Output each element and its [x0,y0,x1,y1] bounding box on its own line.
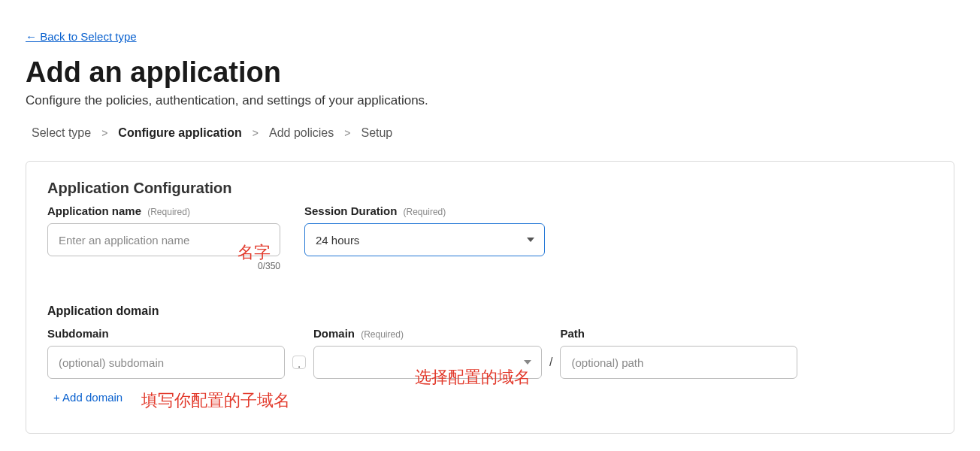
session-duration-label-text: Session Duration [304,204,397,217]
domain-label-text: Domain [313,327,355,340]
subdomain-field: Subdomain [47,327,285,379]
domain-field: Domain (Required) [313,327,542,379]
step-add-policies[interactable]: Add policies [269,126,334,140]
step-sep: > [101,127,107,139]
session-duration-field: Session Duration (Required) 24 hours [304,204,545,256]
application-name-label: Application name (Required) [47,204,280,217]
session-duration-select[interactable]: 24 hours [304,223,545,256]
session-duration-label: Session Duration (Required) [304,204,545,217]
step-select-type[interactable]: Select type [32,126,91,140]
session-duration-value: 24 hours [316,234,359,247]
step-setup[interactable]: Setup [361,126,392,140]
dot-char: . [292,356,306,369]
page-subtitle: Configure the policies, authentication, … [26,93,954,108]
required-indicator: (Required) [361,329,404,340]
application-name-counter: 0/350 [47,261,280,271]
required-indicator: (Required) [404,207,446,217]
application-name-label-text: Application name [47,204,141,217]
panel-title: Application Configuration [47,180,933,197]
dot-separator: . [291,346,307,379]
chevron-down-icon [524,360,531,365]
application-domain-heading: Application domain [47,304,933,318]
required-indicator: (Required) [147,207,190,217]
slash-separator: / [548,346,554,379]
step-sep: > [344,127,350,139]
add-domain-button[interactable]: + Add domain [47,391,122,404]
subdomain-input[interactable] [47,346,285,379]
path-field: Path [560,327,797,379]
application-name-input[interactable] [47,223,280,256]
step-configure-application[interactable]: Configure application [118,126,241,140]
path-label: Path [560,327,797,340]
domain-label: Domain (Required) [313,327,542,340]
back-link[interactable]: ← Back to Select type [26,30,137,43]
chevron-down-icon [527,238,534,242]
application-name-field: Application name (Required) 0/350 [47,204,280,271]
path-input[interactable] [560,346,797,379]
page-title: Add an application [26,56,954,89]
subdomain-label: Subdomain [47,327,285,340]
domain-select[interactable] [313,346,542,379]
back-link-text: ← Back to Select type [26,30,137,43]
configuration-panel: Application Configuration Application na… [26,161,954,434]
wizard-steps: Select type > Configure application > Ad… [32,126,954,140]
step-sep: > [253,127,259,139]
